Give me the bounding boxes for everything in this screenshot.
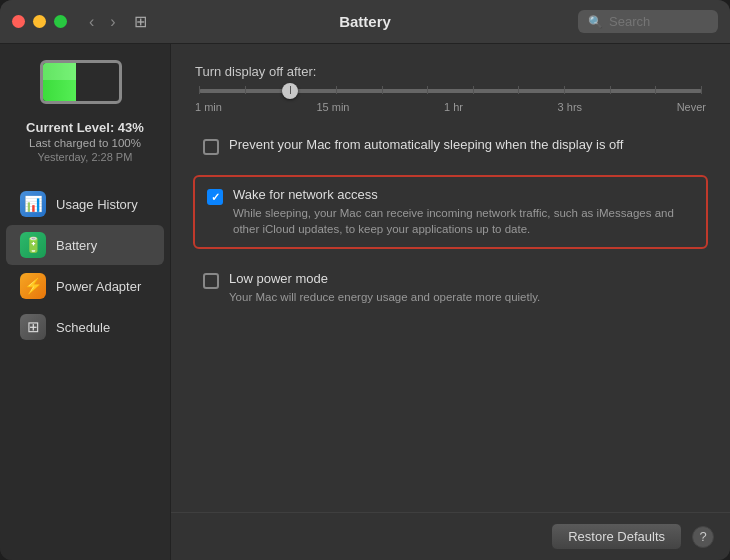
option-wake-network: Wake for network access While sleeping, … bbox=[193, 175, 708, 249]
battery-icon: 🔋 bbox=[20, 232, 46, 258]
slider-track[interactable] bbox=[199, 89, 702, 93]
tick-9 bbox=[564, 86, 565, 94]
sidebar-item-usage-history[interactable]: 📊 Usage History bbox=[6, 184, 164, 224]
sidebar-item-schedule-label: Schedule bbox=[56, 320, 110, 335]
tick-7 bbox=[473, 86, 474, 94]
slider-label-15min: 15 min bbox=[316, 101, 349, 113]
slider-ticks bbox=[199, 89, 702, 93]
low-power-label: Low power mode bbox=[229, 271, 698, 286]
tick-1 bbox=[199, 86, 200, 94]
battery-date-label: Yesterday, 2:28 PM bbox=[26, 151, 144, 163]
search-input[interactable] bbox=[609, 14, 708, 29]
battery-charged-label: Last charged to 100% bbox=[26, 137, 144, 149]
tick-10 bbox=[610, 86, 611, 94]
sidebar-item-usage-history-label: Usage History bbox=[56, 197, 138, 212]
close-button[interactable] bbox=[12, 15, 25, 28]
sidebar-item-schedule[interactable]: ⊞ Schedule bbox=[6, 307, 164, 347]
wake-network-checkbox[interactable] bbox=[207, 189, 223, 205]
tick-11 bbox=[655, 86, 656, 94]
slider-label-3hrs: 3 hrs bbox=[558, 101, 582, 113]
tick-12 bbox=[701, 86, 702, 94]
main-inner: Turn display off after: bbox=[171, 44, 730, 560]
tick-6 bbox=[427, 86, 428, 94]
maximize-button[interactable] bbox=[54, 15, 67, 28]
tick-8 bbox=[518, 86, 519, 94]
main-panel: Turn display off after: bbox=[171, 44, 730, 512]
slider-label: Turn display off after: bbox=[195, 64, 706, 79]
low-power-desc: Your Mac will reduce energy usage and op… bbox=[229, 289, 698, 305]
low-power-text: Low power mode Your Mac will reduce ener… bbox=[229, 271, 698, 305]
bottom-bar: Restore Defaults ? bbox=[171, 512, 730, 560]
prevent-sleep-checkbox[interactable] bbox=[203, 139, 219, 155]
tick-4 bbox=[336, 86, 337, 94]
wake-network-label: Wake for network access bbox=[233, 187, 694, 202]
usage-history-icon: 📊 bbox=[20, 191, 46, 217]
power-adapter-icon: ⚡ bbox=[20, 273, 46, 299]
search-bar[interactable]: 🔍 bbox=[578, 10, 718, 33]
battery-body bbox=[40, 60, 122, 104]
search-icon: 🔍 bbox=[588, 15, 603, 29]
slider-label-1hr: 1 hr bbox=[444, 101, 463, 113]
tick-2 bbox=[245, 86, 246, 94]
battery-highlight bbox=[43, 63, 76, 80]
low-power-checkbox[interactable] bbox=[203, 273, 219, 289]
sidebar: Current Level: 43% Last charged to 100% … bbox=[0, 44, 170, 560]
schedule-icon: ⊞ bbox=[20, 314, 46, 340]
sidebar-item-power-adapter-label: Power Adapter bbox=[56, 279, 141, 294]
traffic-lights bbox=[12, 15, 67, 28]
restore-defaults-button[interactable]: Restore Defaults bbox=[551, 523, 682, 550]
grid-icon[interactable]: ⊞ bbox=[134, 12, 147, 31]
back-button[interactable]: ‹ bbox=[83, 11, 100, 33]
sidebar-item-power-adapter[interactable]: ⚡ Power Adapter bbox=[6, 266, 164, 306]
minimize-button[interactable] bbox=[33, 15, 46, 28]
slider-label-1min: 1 min bbox=[195, 101, 222, 113]
tick-5 bbox=[382, 86, 383, 94]
sidebar-items: 📊 Usage History 🔋 Battery ⚡ Power Adapte… bbox=[0, 183, 170, 348]
sidebar-item-battery-label: Battery bbox=[56, 238, 97, 253]
title-bar: ‹ › ⊞ Battery 🔍 bbox=[0, 0, 730, 44]
help-button[interactable]: ? bbox=[692, 526, 714, 548]
battery-info: Current Level: 43% Last charged to 100% … bbox=[26, 120, 144, 163]
window-title: Battery bbox=[339, 13, 391, 30]
battery-icon-wrapper bbox=[40, 60, 130, 110]
nav-buttons: ‹ › bbox=[83, 11, 122, 33]
option-low-power: Low power mode Your Mac will reduce ener… bbox=[195, 265, 706, 311]
battery-level-label: Current Level: 43% bbox=[26, 120, 144, 135]
window: ‹ › ⊞ Battery 🔍 Current Level: 43% bbox=[0, 0, 730, 560]
prevent-sleep-label: Prevent your Mac from automatically slee… bbox=[229, 137, 698, 152]
slider-section: Turn display off after: bbox=[195, 64, 706, 113]
sidebar-item-battery[interactable]: 🔋 Battery bbox=[6, 225, 164, 265]
slider-label-never: Never bbox=[677, 101, 706, 113]
option-prevent-sleep: Prevent your Mac from automatically slee… bbox=[195, 131, 706, 161]
slider-labels: 1 min 15 min 1 hr 3 hrs Never bbox=[195, 101, 706, 113]
tick-3 bbox=[290, 86, 291, 94]
forward-button[interactable]: › bbox=[104, 11, 121, 33]
prevent-sleep-text: Prevent your Mac from automatically slee… bbox=[229, 137, 698, 155]
content: Current Level: 43% Last charged to 100% … bbox=[0, 44, 730, 560]
wake-network-text: Wake for network access While sleeping, … bbox=[233, 187, 694, 237]
battery-terminal bbox=[121, 74, 122, 90]
wake-network-desc: While sleeping, your Mac can receive inc… bbox=[233, 205, 694, 237]
